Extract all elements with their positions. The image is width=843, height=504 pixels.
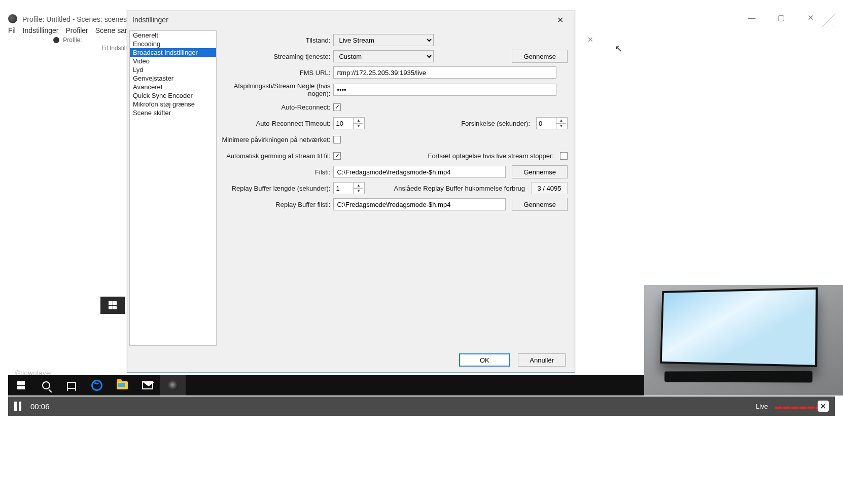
windows-taskbar — [8, 375, 694, 395]
obs-icon — [168, 380, 178, 390]
pause-button[interactable] — [14, 402, 23, 411]
bg-tab-close-icon[interactable]: ✕ — [587, 35, 593, 44]
corner-resize-icon — [822, 14, 835, 27]
browse-path-button[interactable]: Gennemse — [512, 165, 568, 178]
stepper-up-icon[interactable]: ▲ — [354, 183, 363, 189]
close-icon[interactable]: ✕ — [803, 13, 818, 22]
pip-monitor — [660, 287, 818, 367]
cancel-button[interactable]: Annullér — [518, 353, 566, 367]
taskbar-mail-button[interactable] — [135, 375, 160, 395]
live-seek[interactable]: ▬▬▬▬▬▬ — [775, 405, 811, 408]
taskbar-taskview-button[interactable] — [59, 375, 84, 395]
stepper-down-icon[interactable]: ▼ — [556, 124, 566, 129]
delay-stepper[interactable]: ▲▼ — [536, 117, 568, 129]
mode-select[interactable]: Live Stream — [333, 34, 434, 46]
fms-url-input[interactable] — [333, 66, 556, 79]
bg-title-text: Profile: Untitled - Scenes: scenes - Op — [22, 15, 143, 23]
label-service: Streaming tjeneste: — [222, 53, 333, 60]
service-select[interactable]: Custom — [333, 50, 434, 62]
minimize-icon[interactable]: — — [745, 13, 759, 22]
label-auto-timeout: Auto-Reconnect Timeout: — [222, 120, 333, 127]
label-mode: Tilstand: — [222, 37, 333, 44]
live-preview-pip — [644, 285, 843, 395]
mail-icon — [142, 381, 153, 389]
bg-menubar: Fil Indstillinger Profiler Scene samling — [8, 26, 147, 34]
taskbar-explorer-button[interactable] — [110, 375, 135, 395]
menu-fil[interactable]: Fil — [8, 26, 16, 34]
label-fms: FMS URL: — [222, 69, 333, 77]
sidebar-item-video[interactable]: Video — [130, 57, 216, 65]
min-net-checkbox[interactable] — [333, 136, 341, 143]
stream-key-input[interactable] — [333, 84, 556, 96]
sidebar-item-genvejstaster[interactable]: Genvejstaster — [130, 74, 216, 83]
taskbar-search-button[interactable] — [33, 375, 59, 395]
label-key: Afspilningssti/Stream Nøgle (hvis nogen)… — [222, 82, 333, 97]
buffer-mem-value: 3 / 4095 — [531, 182, 568, 194]
sidebar-item-scene-skifter[interactable]: Scene skifter — [130, 109, 216, 117]
playback-time: 00:06 — [30, 402, 50, 411]
sidebar-item-lyd[interactable]: Lyd — [130, 65, 216, 74]
auto-save-checkbox[interactable] — [333, 152, 341, 160]
sidebar-item-mikrofon[interactable]: Mikrofon støj grænse — [130, 100, 216, 109]
label-buf-path: Replay Buffer filsti: — [222, 201, 333, 208]
sidebar-item-encoding[interactable]: Encoding — [130, 40, 216, 48]
menu-profiler[interactable]: Profiler — [65, 26, 88, 34]
label-delay: Forsinkelse (sekunder): — [461, 120, 533, 127]
keep-rec-checkbox[interactable] — [560, 152, 568, 160]
ok-button[interactable]: OK — [459, 353, 510, 367]
dialog-footer: OK Annullér — [127, 348, 575, 372]
bg-nested-menu: Fil Indstill — [101, 45, 127, 52]
label-auto-reconnect: Auto-Reconnect: — [222, 103, 333, 111]
auto-reconnect-checkbox[interactable] — [333, 103, 341, 111]
windows-icon — [109, 301, 117, 309]
auto-timeout-stepper[interactable]: ▲▼ — [333, 117, 365, 129]
folder-icon — [117, 381, 128, 389]
pip-monitor-stand — [664, 371, 813, 383]
bg-window-title: Profile: Untitled - Scenes: scenes - Op — [8, 14, 143, 23]
stepper-down-icon[interactable]: ▼ — [354, 124, 363, 129]
browse-buffer-button[interactable]: Gennemse — [512, 198, 568, 211]
sidebar-item-quicksync[interactable]: Quick Sync Encoder — [130, 91, 216, 100]
taskview-icon — [67, 382, 76, 389]
start-tile[interactable] — [100, 297, 125, 314]
label-buf-len: Replay Buffer længde (sekunder): — [222, 185, 333, 192]
player-close-button[interactable]: ✕ — [818, 401, 829, 412]
settings-sidebar: Generelt Encoding Broadcast Indstillinge… — [129, 30, 217, 346]
cursor-icon: ↖ — [615, 43, 622, 54]
bg-window-controls: — ▢ ✕ — [745, 13, 818, 22]
dialog-close-button[interactable]: ✕ — [550, 13, 570, 26]
dialog-title: Indstillinger — [132, 16, 168, 24]
search-icon — [42, 381, 50, 389]
stepper-down-icon[interactable]: ▼ — [354, 189, 363, 194]
label-min-net: Minimere påvirkningen på netværket: — [222, 136, 333, 143]
label-buf-mem: Anslåede Replay Buffer hukommelse forbru… — [394, 185, 528, 192]
settings-content: Tilstand: Live Stream Streaming tjeneste… — [219, 28, 575, 348]
sidebar-item-avanceret[interactable]: Avanceret — [130, 83, 216, 91]
settings-dialog: Indstillinger ✕ ↖ Generelt Encoding Broa… — [127, 11, 575, 373]
video-player-bar: 00:06 Live ▬▬▬▬▬▬ ✕ — [8, 397, 835, 416]
taskbar-edge-button[interactable] — [84, 375, 110, 395]
bg-nested-window: Profile: — [53, 37, 82, 44]
label-auto-save: Automatisk gemning af stream til fil: — [222, 152, 333, 160]
stepper-up-icon[interactable]: ▲ — [556, 118, 566, 124]
file-path-input[interactable] — [333, 166, 506, 178]
label-keep-rec: Fortsæt optagelse hvis live stream stopp… — [428, 152, 557, 160]
browse-service-button[interactable]: Gennemse — [512, 50, 568, 63]
buffer-path-input[interactable] — [333, 198, 506, 210]
windows-icon — [17, 381, 25, 389]
live-indicator: Live — [756, 403, 768, 410]
buffer-len-stepper[interactable]: ▲▼ — [333, 182, 365, 194]
menu-indstillinger[interactable]: Indstillinger — [23, 26, 59, 34]
stepper-up-icon[interactable]: ▲ — [354, 118, 363, 124]
obs-mini-icon — [53, 37, 59, 43]
label-path: Filsti: — [222, 168, 333, 176]
sidebar-item-generelt[interactable]: Generelt — [130, 31, 216, 40]
taskbar-start-button[interactable] — [8, 375, 33, 395]
edge-icon — [91, 380, 102, 391]
taskbar-obs-button[interactable] — [160, 375, 186, 395]
sidebar-item-broadcast[interactable]: Broadcast Indstillinger — [130, 48, 216, 57]
maximize-icon[interactable]: ▢ — [774, 13, 788, 22]
obs-app-icon — [8, 14, 17, 23]
